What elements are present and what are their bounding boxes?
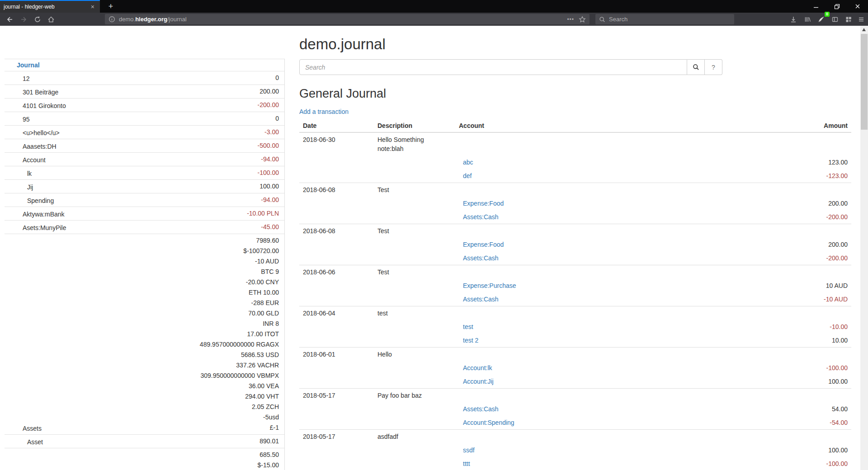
sidebar-account-link[interactable]: Spending <box>27 196 261 205</box>
sidebar-account-link[interactable]: Assets <box>23 424 200 433</box>
table-header-row: Date Description Account Amount <box>299 119 851 132</box>
balance-amount: 70.00 GLD <box>200 308 279 319</box>
url-bar[interactable]: demo.hledger.org/journal ••• <box>105 14 590 24</box>
transaction-row: 2018-06-08Test <box>299 224 851 238</box>
sidebar-account-row: Asset890.01 <box>5 434 284 448</box>
menu-button[interactable] <box>855 14 867 25</box>
balance-amount: -10 AUD <box>200 256 279 267</box>
new-tab-button[interactable]: + <box>104 0 118 13</box>
tab-close-icon[interactable]: × <box>89 4 96 10</box>
posting-account-link[interactable]: ssdf <box>459 446 475 454</box>
sidebar-account-link[interactable]: Asset <box>27 437 259 446</box>
posting-account-link[interactable]: Assets:Cash <box>459 254 499 262</box>
scrollbar-thumb[interactable] <box>861 34 868 130</box>
sidebar-account-link[interactable]: lk <box>27 169 258 178</box>
transaction-description: Hello <box>374 348 455 362</box>
sidebar-account-row: Aktywa:mBank-10.00 PLN <box>5 207 284 220</box>
sidebar-account-row: Cash685.50$-15.00-10 AUD-30.00 USD <box>5 448 284 470</box>
balance-amount: -500.00 <box>258 141 279 151</box>
page-content: Journal 120301 Beiträge200.004101 Giroko… <box>0 26 868 470</box>
transactions-body: 2018-06-30Hello Something note:blahabc12… <box>299 132 851 470</box>
page-actions-icon[interactable]: ••• <box>567 16 574 23</box>
sidebar-account-link[interactable]: 4101 Girokonto <box>23 101 258 110</box>
posting-amount: 200.00 <box>657 197 851 210</box>
sidebar-journal-row: Journal <box>5 59 284 71</box>
page-scrollbar[interactable] <box>860 26 868 470</box>
posting-amount: 200.00 <box>657 238 851 251</box>
restore-button[interactable] <box>826 0 847 13</box>
sidebar-account-row: <u>hello</u>-3.00 <box>5 125 284 139</box>
downloads-button[interactable] <box>788 14 799 25</box>
chrome-search-bar[interactable]: Search <box>595 14 734 24</box>
sidebar-account-link[interactable]: 95 <box>23 115 275 124</box>
sidebar-account-link[interactable]: <u>hello</u> <box>23 128 264 137</box>
minimize-button[interactable] <box>806 0 826 13</box>
apps-button[interactable] <box>843 14 854 25</box>
transaction-date: 2018-06-08 <box>299 224 374 238</box>
posting-account-link[interactable]: Expense:Food <box>459 241 504 248</box>
posting-amount: -100.00 <box>657 457 851 470</box>
posting-account-link[interactable]: test <box>459 323 473 330</box>
extension-button[interactable]: 0 <box>815 14 827 25</box>
journal-search-input[interactable] <box>299 59 687 75</box>
posting-account-link[interactable]: Account:lk <box>459 364 492 371</box>
posting-account-link[interactable]: Assets:Cash <box>459 296 499 303</box>
transaction-description: test <box>374 306 455 320</box>
balance-amount: $-100720.00 <box>200 246 279 256</box>
sidebar-account-link[interactable]: 301 Beiträge <box>23 88 259 97</box>
back-button[interactable] <box>4 14 15 25</box>
balance-amount: 309.950000000000 VBMPX <box>200 371 279 381</box>
transaction-description: Pay foo bar baz <box>374 389 455 403</box>
posting-row: abc123.00 <box>299 155 851 169</box>
sidebar-journal-link[interactable]: Journal <box>17 61 279 70</box>
search-help-button[interactable]: ? <box>705 59 722 75</box>
posting-amount: 10 AUD <box>657 279 851 292</box>
posting-account-link[interactable]: Expense:Food <box>459 200 504 207</box>
balance-amount: 0 <box>275 113 279 124</box>
sidebar-account-row: Assets7989.60$-100720.00-10 AUDBTC 9-20.… <box>5 234 284 434</box>
sidebar-account-link[interactable]: Aktywa:mBank <box>23 210 247 219</box>
reload-button[interactable] <box>32 14 43 25</box>
bookmark-star-icon[interactable] <box>579 16 586 23</box>
balance-amount: -45.00 <box>261 222 279 232</box>
sidebar-toggle-button[interactable] <box>829 14 841 25</box>
sidebar-account-balance: 0 <box>275 73 279 83</box>
posting-account-link[interactable]: Assets:Cash <box>459 213 499 221</box>
home-button[interactable] <box>45 14 57 25</box>
posting-account-link[interactable]: abc <box>459 159 473 166</box>
posting-account-link[interactable]: tttt <box>459 460 470 467</box>
transaction-row: 2018-06-06Test <box>299 265 851 279</box>
posting-account-link[interactable]: def <box>459 172 472 179</box>
posting-amount: 10.00 <box>657 334 851 348</box>
scroll-up-arrow-icon[interactable] <box>862 28 866 31</box>
browser-tab[interactable]: journal - hledger-web × <box>0 0 100 13</box>
browser-titlebar: journal - hledger-web × + <box>0 0 868 13</box>
search-icon <box>693 64 699 70</box>
posting-account-link[interactable]: Expense:Purchase <box>459 282 516 289</box>
info-icon <box>108 16 115 23</box>
balance-amount: 7989.60 <box>200 235 279 246</box>
sidebar-account-link[interactable]: Jij <box>27 183 259 192</box>
sidebar-account-link[interactable]: Account <box>23 155 261 164</box>
sidebar-account-link[interactable]: Aaasets:DH <box>23 142 258 151</box>
posting-account-link[interactable]: Account:Spending <box>459 419 514 426</box>
journal-search-button[interactable] <box>687 59 705 75</box>
posting-account-link[interactable]: Account:Jij <box>459 378 494 385</box>
close-icon <box>855 4 860 9</box>
add-transaction-link[interactable]: Add a transaction <box>299 108 349 115</box>
library-button[interactable] <box>802 14 813 25</box>
balance-amount: 36.00 VEA <box>200 381 279 391</box>
forward-button[interactable] <box>18 14 30 25</box>
url-text: demo.hledger.org/journal <box>119 16 567 23</box>
balance-amount: 5686.53 USD <box>200 350 279 360</box>
balance-amount: $-15.00 <box>246 460 279 470</box>
sidebar-rows: 120301 Beiträge200.004101 Girokonto-200.… <box>5 71 284 470</box>
posting-account-link[interactable]: test 2 <box>459 337 478 344</box>
sidebar-account-balance: -10.00 PLN <box>247 208 279 219</box>
sidebar-account-row: Aaasets:DH-500.00 <box>5 139 284 152</box>
sidebar-account-link[interactable]: 12 <box>23 74 275 83</box>
sidebar-account-link[interactable]: Asets:MunyPile <box>23 223 261 232</box>
posting-account-link[interactable]: Assets:Cash <box>459 405 499 413</box>
close-window-button[interactable] <box>847 0 868 13</box>
balance-amount: 890.01 <box>259 436 279 446</box>
